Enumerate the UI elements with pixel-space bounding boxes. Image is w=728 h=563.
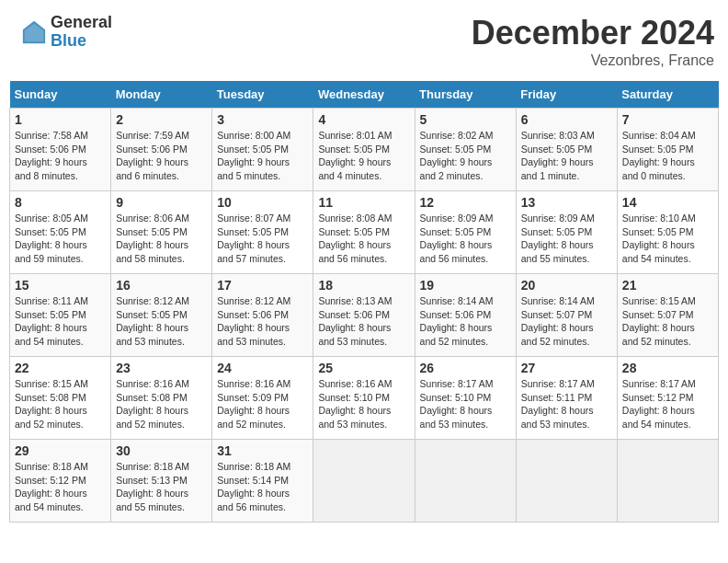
day-of-week-header: Saturday [617,81,718,109]
day-number: 28 [622,361,713,375]
day-number: 8 [15,195,106,210]
day-info: Sunrise: 8:00 AM Sunset: 5:05 PM Dayligh… [217,129,308,183]
day-number: 27 [521,361,612,375]
day-of-week-header: Friday [516,81,617,109]
calendar-week-row: 29Sunrise: 8:18 AM Sunset: 5:12 PM Dayli… [10,440,719,523]
day-info: Sunrise: 8:13 AM Sunset: 5:06 PM Dayligh… [318,294,409,349]
header-row: SundayMondayTuesdayWednesdayThursdayFrid… [10,81,719,109]
day-number: 1 [15,112,106,127]
calendar-day-cell: 20Sunrise: 8:14 AM Sunset: 5:07 PM Dayli… [516,274,617,357]
calendar-day-cell: 3Sunrise: 8:00 AM Sunset: 5:05 PM Daylig… [212,109,313,191]
calendar-day-cell: 9Sunrise: 8:06 AM Sunset: 5:05 PM Daylig… [111,191,212,274]
day-info: Sunrise: 8:12 AM Sunset: 5:06 PM Dayligh… [217,294,308,349]
calendar-day-cell: 2Sunrise: 7:59 AM Sunset: 5:06 PM Daylig… [111,109,212,191]
day-info: Sunrise: 8:15 AM Sunset: 5:07 PM Dayligh… [622,294,713,349]
calendar-day-cell [415,440,516,523]
day-number: 16 [116,278,207,293]
day-number: 14 [622,195,713,210]
calendar-day-cell: 13Sunrise: 8:09 AM Sunset: 5:05 PM Dayli… [516,191,617,274]
calendar-day-cell: 31Sunrise: 8:18 AM Sunset: 5:14 PM Dayli… [212,440,313,523]
day-info: Sunrise: 8:06 AM Sunset: 5:05 PM Dayligh… [116,212,207,266]
calendar-day-cell: 4Sunrise: 8:01 AM Sunset: 5:05 PM Daylig… [313,109,415,191]
calendar-day-cell: 16Sunrise: 8:12 AM Sunset: 5:05 PM Dayli… [111,274,212,357]
calendar-week-row: 15Sunrise: 8:11 AM Sunset: 5:05 PM Dayli… [10,274,719,357]
day-number: 31 [217,443,308,458]
day-number: 21 [622,278,713,293]
day-number: 25 [318,361,409,375]
day-number: 18 [318,278,409,293]
day-info: Sunrise: 8:05 AM Sunset: 5:05 PM Dayligh… [15,212,106,266]
day-info: Sunrise: 8:16 AM Sunset: 5:09 PM Dayligh… [217,377,308,431]
calendar-day-cell: 22Sunrise: 8:15 AM Sunset: 5:08 PM Dayli… [10,357,111,440]
page-header: General Blue December 2024 Vezonbres, Fr… [9,9,719,74]
logo-general: General [51,14,112,32]
day-info: Sunrise: 8:02 AM Sunset: 5:05 PM Dayligh… [420,129,511,183]
day-number: 9 [116,195,207,210]
logo-text: General Blue [51,14,112,51]
calendar-day-cell [313,440,415,523]
calendar-day-cell: 10Sunrise: 8:07 AM Sunset: 5:05 PM Dayli… [212,191,313,274]
day-number: 2 [116,112,207,127]
day-info: Sunrise: 8:14 AM Sunset: 5:06 PM Dayligh… [420,294,511,349]
calendar-day-cell: 26Sunrise: 8:17 AM Sunset: 5:10 PM Dayli… [415,357,516,440]
day-number: 22 [15,361,106,375]
day-info: Sunrise: 8:14 AM Sunset: 5:07 PM Dayligh… [521,294,612,349]
calendar-day-cell: 5Sunrise: 8:02 AM Sunset: 5:05 PM Daylig… [415,109,516,191]
day-of-week-header: Tuesday [212,81,313,109]
day-number: 13 [521,195,612,210]
calendar-week-row: 1Sunrise: 7:58 AM Sunset: 5:06 PM Daylig… [10,109,719,191]
day-of-week-header: Wednesday [313,81,415,109]
calendar-day-cell: 8Sunrise: 8:05 AM Sunset: 5:05 PM Daylig… [10,191,111,274]
calendar-day-cell: 15Sunrise: 8:11 AM Sunset: 5:05 PM Dayli… [10,274,111,357]
month-title: December 2024 [472,14,714,52]
calendar-day-cell: 28Sunrise: 8:17 AM Sunset: 5:12 PM Dayli… [617,357,718,440]
day-info: Sunrise: 8:03 AM Sunset: 5:05 PM Dayligh… [521,129,612,183]
day-info: Sunrise: 8:16 AM Sunset: 5:08 PM Dayligh… [116,377,207,431]
day-number: 15 [15,278,106,293]
calendar-week-row: 22Sunrise: 8:15 AM Sunset: 5:08 PM Dayli… [10,357,719,440]
day-number: 30 [116,443,207,458]
calendar-day-cell: 12Sunrise: 8:09 AM Sunset: 5:05 PM Dayli… [415,191,516,274]
day-number: 29 [15,443,106,458]
day-info: Sunrise: 8:15 AM Sunset: 5:08 PM Dayligh… [15,377,106,431]
logo-blue: Blue [51,32,112,51]
day-info: Sunrise: 8:09 AM Sunset: 5:05 PM Dayligh… [420,212,511,266]
day-number: 4 [318,112,409,127]
calendar-day-cell: 30Sunrise: 8:18 AM Sunset: 5:13 PM Dayli… [111,440,212,523]
day-info: Sunrise: 8:16 AM Sunset: 5:10 PM Dayligh… [318,377,409,431]
calendar-day-cell: 14Sunrise: 8:10 AM Sunset: 5:05 PM Dayli… [617,191,718,274]
day-info: Sunrise: 8:10 AM Sunset: 5:05 PM Dayligh… [622,212,713,266]
calendar-day-cell: 11Sunrise: 8:08 AM Sunset: 5:05 PM Dayli… [313,191,415,274]
logo-icon [21,19,47,45]
day-of-week-header: Thursday [415,81,516,109]
day-number: 6 [521,112,612,127]
day-info: Sunrise: 8:17 AM Sunset: 5:12 PM Dayligh… [622,377,713,431]
calendar-day-cell: 1Sunrise: 7:58 AM Sunset: 5:06 PM Daylig… [10,109,111,191]
day-info: Sunrise: 8:01 AM Sunset: 5:05 PM Dayligh… [318,129,409,183]
calendar-day-cell: 24Sunrise: 8:16 AM Sunset: 5:09 PM Dayli… [212,357,313,440]
day-number: 7 [622,112,713,127]
calendar-day-cell: 18Sunrise: 8:13 AM Sunset: 5:06 PM Dayli… [313,274,415,357]
day-number: 10 [217,195,308,210]
day-of-week-header: Monday [111,81,212,109]
logo: General Blue [18,14,112,51]
calendar-day-cell: 25Sunrise: 8:16 AM Sunset: 5:10 PM Dayli… [313,357,415,440]
day-info: Sunrise: 8:12 AM Sunset: 5:05 PM Dayligh… [116,294,207,349]
calendar-day-cell: 27Sunrise: 8:17 AM Sunset: 5:11 PM Dayli… [516,357,617,440]
location: Vezonbres, France [472,52,714,69]
day-of-week-header: Sunday [10,81,111,109]
day-info: Sunrise: 8:11 AM Sunset: 5:05 PM Dayligh… [15,294,106,349]
day-number: 12 [420,195,511,210]
day-number: 20 [521,278,612,293]
calendar-day-cell: 29Sunrise: 8:18 AM Sunset: 5:12 PM Dayli… [10,440,111,523]
day-number: 3 [217,112,308,127]
calendar-day-cell: 23Sunrise: 8:16 AM Sunset: 5:08 PM Dayli… [111,357,212,440]
day-number: 23 [116,361,207,375]
day-number: 5 [420,112,511,127]
day-info: Sunrise: 8:18 AM Sunset: 5:14 PM Dayligh… [217,460,308,514]
calendar-day-cell: 7Sunrise: 8:04 AM Sunset: 5:05 PM Daylig… [617,109,718,191]
day-info: Sunrise: 8:18 AM Sunset: 5:13 PM Dayligh… [116,460,207,514]
day-number: 26 [420,361,511,375]
day-info: Sunrise: 8:18 AM Sunset: 5:12 PM Dayligh… [15,460,106,514]
day-number: 19 [420,278,511,293]
